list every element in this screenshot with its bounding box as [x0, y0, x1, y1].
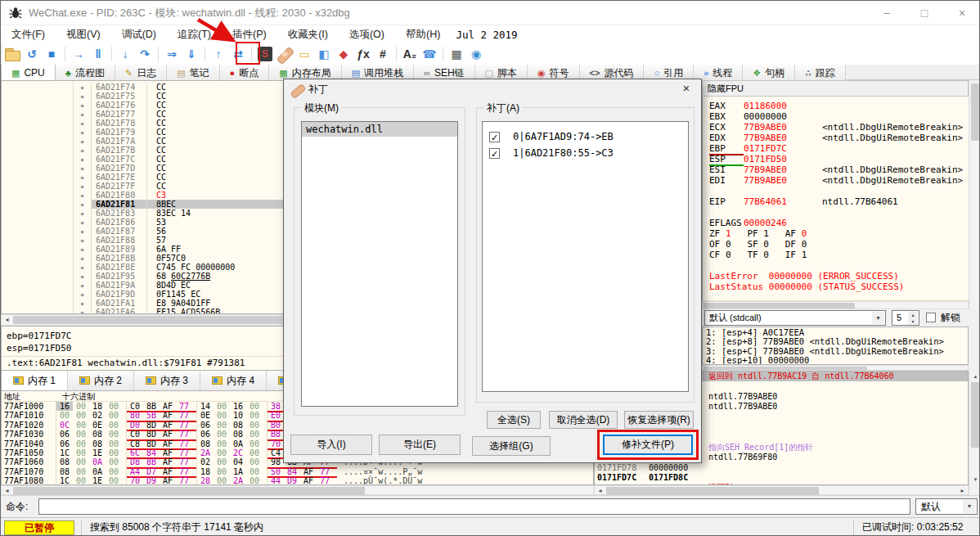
dump-byte[interactable]: 08 — [197, 439, 214, 448]
dump-byte[interactable]: 00 — [246, 439, 263, 448]
dump-byte[interactable]: 1A — [230, 467, 246, 476]
menu-item-插件(P)[interactable]: 插件(P) — [222, 25, 277, 43]
breakpoint-dot-icon[interactable]: ● — [74, 92, 92, 101]
dump-byte[interactable]: A4 — [127, 467, 143, 476]
dump-byte[interactable]: B0 — [267, 421, 284, 430]
breakpoint-dot-icon[interactable]: ● — [74, 155, 92, 164]
menu-item-调试(D)[interactable]: 调试(D) — [111, 25, 167, 43]
step-over-icon[interactable]: ↷ — [135, 45, 155, 63]
register-line[interactable] — [709, 207, 969, 218]
register-line[interactable] — [709, 260, 969, 271]
menu-item-文件(F)[interactable]: 文件(F) — [1, 25, 56, 43]
dump-byte[interactable]: 00 — [214, 439, 230, 448]
dump-byte[interactable]: 00 — [73, 411, 89, 420]
dump-byte[interactable]: 77 — [176, 421, 192, 430]
dump-byte[interactable]: 6C — [127, 448, 143, 457]
dump-byte[interactable]: 1C — [56, 448, 73, 457]
dump-byte[interactable]: 00 — [106, 467, 122, 476]
dump-byte[interactable]: 77 — [176, 411, 192, 420]
dump-byte[interactable]: 77 — [176, 457, 192, 466]
spin-down-icon[interactable]: ▾ — [908, 318, 918, 325]
registers-panel[interactable]: EAX01186000EBX00000000ECX77B9ABE0<ntdll.… — [702, 97, 969, 301]
restore-selection-button[interactable]: 恢复选择项(R) — [624, 411, 694, 429]
dump-byte[interactable]: 77 — [317, 476, 333, 485]
dump-byte[interactable]: 08 — [56, 457, 73, 466]
dump-byte[interactable]: AF — [160, 402, 176, 411]
stack-vscrollbar[interactable]: ▴ ▾ — [969, 371, 980, 495]
dump-byte[interactable]: B8 — [267, 430, 284, 439]
close-icon[interactable]: × — [675, 79, 698, 99]
dump-byte[interactable]: 10 — [230, 411, 246, 420]
breakpoint-dot-icon[interactable]: ● — [74, 182, 92, 191]
run-icon[interactable]: → — [69, 45, 88, 63]
dump-byte[interactable]: AF — [300, 467, 317, 476]
dump-byte[interactable]: 8B — [143, 457, 160, 466]
dump-byte[interactable]: AF — [160, 467, 176, 476]
dump-byte[interactable]: 0E — [197, 411, 214, 420]
stack-row[interactable]: 0171FD7C0171FD8C — [595, 473, 968, 483]
step-out-down-icon[interactable]: ⇓ — [182, 45, 201, 63]
dump-byte[interactable]: 18 — [197, 467, 214, 476]
dump-byte[interactable]: 2A — [230, 476, 246, 485]
dump-byte[interactable]: 00 — [214, 411, 230, 420]
comment-icon[interactable]: ▭ — [294, 45, 314, 63]
scrollbar-thumb[interactable] — [606, 487, 819, 495]
run-to-selection-icon[interactable]: ⇒ — [162, 45, 182, 63]
dump-byte[interactable]: 80 — [127, 411, 143, 420]
arguments-hscrollbar[interactable] — [702, 365, 969, 371]
breakpoint-dot-icon[interactable]: ● — [74, 209, 92, 218]
chevron-down-icon[interactable]: ▾ — [963, 500, 976, 513]
breakpoint-dot-icon[interactable]: ● — [74, 245, 92, 254]
unlock-checkbox[interactable] — [926, 313, 936, 322]
hide-fpu-button[interactable]: 隐藏FPU — [702, 80, 969, 97]
register-line[interactable]: EBP0171FD7C — [709, 143, 969, 154]
dump-byte[interactable]: AF — [160, 421, 176, 430]
function-icon[interactable]: ƒx — [353, 45, 373, 63]
register-line[interactable]: ZF 1 PF 1 AF 0 — [709, 228, 969, 239]
dump-byte[interactable]: 00 — [106, 421, 122, 430]
tab-跟踪[interactable]: ∴跟踪 — [795, 65, 846, 80]
dump-byte[interactable]: 28 — [197, 476, 214, 485]
breakpoint-dot-icon[interactable]: ● — [74, 299, 92, 308]
dump-byte[interactable]: 0A — [230, 439, 246, 448]
breakpoint-dot-icon[interactable]: ● — [74, 290, 92, 299]
stack-row[interactable]: 0171FD7800000000 — [595, 463, 968, 473]
dump-byte[interactable]: 77 — [176, 439, 192, 448]
dump-byte[interactable]: 77 — [176, 467, 192, 476]
dump-byte[interactable]: 16 — [230, 402, 246, 411]
register-line[interactable]: EDX77B9ABE0<ntdll.DbgUiRemoteBreakin> — [709, 133, 969, 143]
dump-byte[interactable]: 00 — [106, 411, 122, 420]
dump-byte[interactable]: 08 — [230, 430, 246, 439]
register-line[interactable]: ECX77B9ABE0<ntdll.DbgUiRemoteBreakin> — [709, 122, 969, 133]
stop-icon[interactable]: ■ — [42, 45, 61, 63]
dump-byte[interactable]: 00 — [106, 439, 122, 448]
tab-流程图[interactable]: ♣流程图 — [56, 65, 115, 80]
breakpoint-dot-icon[interactable]: ● — [74, 83, 92, 92]
breakpoint-dot-icon[interactable]: ● — [74, 119, 92, 128]
register-line[interactable]: EAX01186000 — [709, 101, 969, 111]
dump-byte[interactable]: 84 — [143, 448, 160, 457]
dump-byte[interactable]: D0 — [127, 421, 143, 430]
dump-byte[interactable]: 08 — [89, 430, 106, 439]
dump-byte[interactable]: 00 — [73, 439, 89, 448]
dump-byte[interactable]: 0C — [56, 421, 73, 430]
checkbox-checked-icon[interactable]: ✓ — [489, 148, 500, 159]
tab-断点[interactable]: ●断点 — [220, 65, 270, 80]
dump-byte[interactable]: 06 — [56, 430, 73, 439]
breakpoint-dot-icon[interactable]: ● — [74, 146, 92, 155]
tab-笔记[interactable]: ▤笔记 — [167, 65, 219, 80]
dump-byte[interactable]: 00 — [214, 402, 230, 411]
dump-byte[interactable]: 00 — [214, 467, 230, 476]
dump-byte[interactable]: D7 — [143, 467, 160, 476]
dump-byte[interactable]: 1C — [56, 476, 73, 485]
dump-byte[interactable]: 98 — [267, 457, 284, 466]
dump-byte[interactable]: 08 — [230, 421, 246, 430]
register-line[interactable]: EBX00000000 — [709, 111, 969, 122]
execute-till-return-icon[interactable]: ↑ — [209, 45, 228, 63]
breakpoint-dot-icon[interactable]: ● — [74, 308, 92, 314]
scroll-right-icon[interactable]: ▸ — [957, 486, 968, 494]
dump-byte[interactable]: 08 — [89, 439, 106, 448]
patch-list-item[interactable]: ✓1|6AD21F80:55->C3 — [483, 145, 688, 161]
breakpoint-dot-icon[interactable]: ● — [74, 236, 92, 245]
register-line[interactable]: EIP77B64061ntdll.77B64061 — [709, 196, 969, 207]
